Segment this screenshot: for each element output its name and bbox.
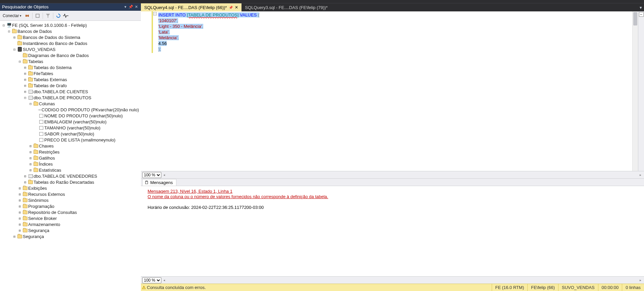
error-detail: O nome da coluna ou o número de valores … [148,194,637,199]
dropdown-icon[interactable]: ▾ [123,5,128,9]
object-explorer-title: Pesquisador de Objetos [2,4,123,9]
status-bar: ⚠ Consulta concluída com erros. FE (16.0… [141,284,644,291]
tree-col-codigo[interactable]: ⊸CODIGO DO PRODUTO (PKvarchar(20)não nul… [0,107,141,113]
tree-filetables[interactable]: ⊞FileTables [0,70,141,76]
tree-programming[interactable]: ⊞Programação [0,203,141,209]
tree-databases[interactable]: ⊟Bancos de Dados [0,28,141,34]
tree-table-vendedores[interactable]: ⊞dbo.TABELA DE VENDEDORES [0,173,141,179]
tree-sysdb[interactable]: ⊞Bancos de Dados do Sistema [0,34,141,40]
messages-body[interactable]: Mensagem 213, Nível 16, Estado 1, Linha … [141,186,644,276]
tree-stats[interactable]: ⊞Estatísticas [0,167,141,173]
editor-zoom-row: 100 % ◂ ▸ [141,171,644,178]
key-icon: ⊸ [37,107,41,112]
zoom-select-messages[interactable]: 100 % [142,277,161,283]
table-icon [29,90,33,94]
tree-col-embalagem[interactable]: EMBALAGEM (varchar(50)nulo) [0,119,141,125]
disconnect-icon[interactable] [24,13,30,19]
tree-suvo[interactable]: ⊟SUVO_VENDAS [0,46,141,52]
activity-icon[interactable] [63,13,69,19]
tab-label: SQLQuery3.sql - FE....DAS (FE\felip (79)… [245,5,327,10]
object-explorer-header: Pesquisador de Objetos ▾ 📌 ✕ [0,3,141,11]
server-label: FE (SQL Server 16.0.1000.6 - Fe\felip) [12,23,87,28]
status-time: 00:00:00 [598,284,622,291]
pin-icon[interactable]: 📌 [128,5,133,9]
tree-security2[interactable]: ⊞Segurança [0,233,141,239]
status-rows: 0 linhas [622,284,644,291]
object-explorer-tree[interactable]: ⊟🖥️FE (SQL Server 16.0.1000.6 - Fe\felip… [0,21,141,291]
svg-rect-1 [28,15,29,17]
tree-security[interactable]: ⊞Segurança [0,227,141,233]
tree-keys[interactable]: ⊞Chaves [0,143,141,149]
sql-editor[interactable]: − INSERT INTO [TABELA DE PRODUTOS] VALUE… [141,11,644,171]
tree-extres[interactable]: ⊞Recursos Externos [0,191,141,197]
status-user: FE\felip (66) [527,284,558,291]
column-icon [39,114,43,118]
zoom-select[interactable]: 100 % [142,172,161,178]
error-header: Mensagem 213, Nível 16, Estado 1, Linha … [148,189,637,194]
scroll-left-icon[interactable]: ◂ [162,278,166,282]
code-content[interactable]: INSERT INTO [TABELA DE PRODUTOS] VALUES … [158,11,632,171]
tree-col-preco[interactable]: PRECO DE LISTA (smallmoneynulo) [0,137,141,143]
folder-icon [11,28,17,34]
object-explorer-panel: Pesquisador de Objetos ▾ 📌 ✕ Conectar ⊟🖥… [0,3,141,291]
tab-sqlquery3[interactable]: SQLQuery3.sql - FE....DAS (FE\felip (79)… [241,3,331,11]
connect-button[interactable]: Conectar [1,13,23,19]
tree-triggers[interactable]: ⊞Gatilhos [0,155,141,161]
status-server: FE (16.0 RTM) [492,284,528,291]
stop-icon[interactable] [35,13,41,19]
tree-col-sabor[interactable]: SABOR (varchar(50)nulo) [0,131,141,137]
tree-server[interactable]: ⊟🖥️FE (SQL Server 16.0.1000.6 - Fe\felip… [0,22,141,28]
filter-icon[interactable] [45,13,51,19]
editor-sidetool: ↔ [638,11,644,171]
svg-rect-3 [36,14,39,17]
table-icon [29,96,33,100]
tab-label: SQLQuery4.sql - FE....DAS (FE\felip (66)… [144,5,227,10]
server-icon: 🖥️ [6,22,12,28]
split-icon[interactable]: ↔ [639,12,644,17]
tree-diagrams[interactable]: Diagramas de Banco de Dados [0,52,141,58]
tree-col-nome[interactable]: NOME DO PRODUTO (varchar(50)nulo) [0,113,141,119]
svg-marker-4 [46,14,50,18]
tree-views[interactable]: ⊞Exibições [0,185,141,191]
tree-graphtables[interactable]: ⊞Tabelas de Grafo [0,82,141,89]
database-icon [18,47,22,52]
messages-tab[interactable]: 🗒 Mensagens [142,179,176,186]
tree-systables[interactable]: ⊞Tabelas do Sistema [0,64,141,70]
editor-tabs: SQLQuery4.sql - FE....DAS (FE\felip (66)… [141,3,644,11]
warning-icon: ⚠ [141,285,147,290]
editor-panel: SQLQuery4.sql - FE....DAS (FE\felip (66)… [141,3,644,291]
tree-droptables[interactable]: ⊞Tabelas do Razão Descartadas [0,179,141,185]
svg-rect-0 [25,15,27,17]
scroll-left-icon[interactable]: ◂ [162,173,166,177]
tree-columns[interactable]: ⊟Colunas [0,101,141,107]
scroll-right-icon[interactable]: ▸ [638,173,643,177]
tree-tables[interactable]: ⊟Tabelas [0,58,141,64]
scroll-right-icon[interactable]: ▸ [638,278,643,282]
tree-constraints[interactable]: ⊞Restrições [0,149,141,155]
fold-icon[interactable]: − [153,12,157,15]
tree-snapshots[interactable]: Instantâneos do Banco de Dados [0,40,141,46]
pin-icon[interactable]: 📌 [229,6,233,9]
editor-scrollbar[interactable] [632,11,638,171]
refresh-icon[interactable] [55,13,61,19]
tree-table-produtos[interactable]: ⊟dbo.TABELA DE PRODUTOS [0,95,141,101]
messages-tabbar: 🗒 Mensagens [141,178,644,186]
close-icon[interactable]: ✕ [133,5,139,9]
tree-col-tamanho[interactable]: TAMANHO (varchar(50)nulo) [0,125,141,131]
tree-storage[interactable]: ⊞Armazenamento [0,221,141,227]
completion-time: Horário de conclusão: 2024-02-22T22:36:2… [148,205,637,210]
messages-tab-label: Mensagens [150,180,173,185]
status-message: Consulta concluída com erros. [147,285,492,290]
tab-sqlquery4[interactable]: SQLQuery4.sql - FE....DAS (FE\felip (66)… [141,3,241,11]
tree-synonyms[interactable]: ⊞Sinônimos [0,197,141,203]
tree-indexes[interactable]: ⊞Índices [0,161,141,167]
tree-queryrepo[interactable]: ⊞Repositório de Consultas [0,209,141,215]
tab-overflow-icon[interactable]: ▾ [637,3,644,11]
close-tab-icon[interactable]: ✕ [235,5,238,10]
tree-servicebroker[interactable]: ⊞Service Broker [0,215,141,221]
messages-zoom-row: 100 % ◂ ▸ [141,276,644,284]
tree-table-clientes[interactable]: ⊞dbo.TABELA DE CLIENTES [0,89,141,95]
tree-exttables[interactable]: ⊞Tabelas Externas [0,76,141,82]
status-db: SUVO_VENDAS [558,284,598,291]
messages-icon: 🗒 [145,180,149,185]
